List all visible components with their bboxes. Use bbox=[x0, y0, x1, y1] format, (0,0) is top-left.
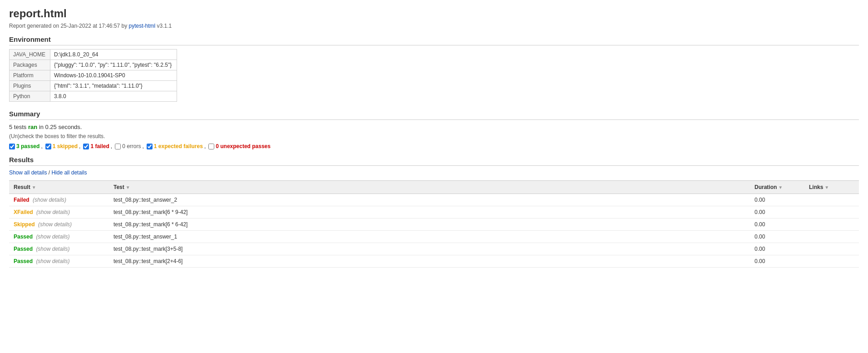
results-thead: Result▼Test▼Duration▼Links▼ bbox=[9, 181, 859, 194]
env-value: {"html": "3.1.1", "metadata": "1.11.0"} bbox=[50, 81, 177, 91]
filter-checkbox-errors[interactable] bbox=[115, 144, 121, 149]
hide-all-details-link[interactable]: Hide all details bbox=[51, 169, 87, 176]
results-links: Show all details / Hide all details bbox=[9, 169, 859, 176]
env-value: Windows-10-10.0.19041-SP0 bbox=[50, 70, 177, 81]
summary-section: 5 tests ran in 0.25 seconds. (Un)check t… bbox=[9, 124, 859, 149]
filter-comma: , bbox=[79, 143, 80, 149]
table-row: Passed (show details) test_08.py::test_a… bbox=[9, 231, 859, 243]
filter-item-passed: 3 passed, bbox=[9, 143, 43, 149]
duration-cell: 0.00 bbox=[750, 243, 804, 255]
show-details-link[interactable]: (show details) bbox=[36, 246, 69, 252]
env-row: Packages{"pluggy": "1.0.0", "py": "1.11.… bbox=[10, 60, 177, 70]
env-row: Python3.8.0 bbox=[10, 91, 177, 102]
filter-item-unexpected: 0 unexpected passes bbox=[208, 143, 271, 149]
results-table: Result▼Test▼Duration▼Links▼ Failed (show… bbox=[9, 180, 859, 268]
env-key: Platform bbox=[10, 70, 50, 81]
filter-checkbox-skipped[interactable] bbox=[45, 144, 51, 149]
col-header-links[interactable]: Links▼ bbox=[804, 181, 859, 194]
duration-cell: 0.00 bbox=[750, 219, 804, 231]
filter-comma: , bbox=[41, 143, 42, 149]
filter-item-failed: 1 failed, bbox=[83, 143, 112, 149]
sort-icon: ▼ bbox=[824, 185, 829, 190]
results-heading: Results bbox=[9, 156, 859, 166]
test-cell: test_08.py::test_mark[2+4-6] bbox=[109, 255, 750, 268]
summary-duration: 0.25 seconds. bbox=[45, 124, 82, 130]
env-key: Python bbox=[10, 91, 50, 102]
environment-heading: Environment bbox=[9, 35, 859, 45]
status-label: Passed bbox=[14, 246, 33, 252]
pytest-html-link[interactable]: pytest-html bbox=[129, 23, 156, 29]
filter-checkbox-xfail[interactable] bbox=[147, 144, 153, 149]
filter-comma: , bbox=[142, 143, 143, 149]
status-label: Skipped bbox=[14, 221, 35, 228]
env-row: Plugins{"html": "3.1.1", "metadata": "1.… bbox=[10, 81, 177, 91]
show-details-link[interactable]: (show details) bbox=[36, 234, 69, 240]
env-row: PlatformWindows-10-10.0.19041-SP0 bbox=[10, 70, 177, 81]
filter-label-passed: 3 passed bbox=[16, 143, 39, 149]
env-value: D:\jdk1.8.0_20_64 bbox=[50, 50, 177, 60]
status-label: XFailed bbox=[14, 209, 33, 215]
filter-label-failed: 1 failed bbox=[90, 143, 109, 149]
links-cell bbox=[804, 255, 859, 268]
show-details-link[interactable]: (show details) bbox=[33, 197, 66, 203]
filter-checkbox-failed[interactable] bbox=[83, 144, 89, 149]
filter-item-skipped: 1 skipped, bbox=[45, 143, 81, 149]
summary-in: in bbox=[39, 124, 45, 130]
table-row: XFailed (show details) test_08.py::test_… bbox=[9, 206, 859, 219]
links-cell bbox=[804, 243, 859, 255]
test-cell: test_08.py::test_mark[6 * 9-42] bbox=[109, 206, 750, 219]
links-cell bbox=[804, 219, 859, 231]
show-all-details-link[interactable]: Show all details bbox=[9, 169, 47, 176]
env-row: JAVA_HOMED:\jdk1.8.0_20_64 bbox=[10, 50, 177, 60]
filter-item-xfail: 1 expected failures, bbox=[147, 143, 206, 149]
filter-item-errors: 0 errors, bbox=[115, 143, 144, 149]
page-title: report.html bbox=[9, 7, 859, 20]
filter-label-xfail: 1 expected failures bbox=[154, 143, 203, 149]
test-cell: test_08.py::test_mark[3+5-8] bbox=[109, 243, 750, 255]
env-value: {"pluggy": "1.0.0", "py": "1.11.0", "pyt… bbox=[50, 60, 177, 70]
sort-icon: ▼ bbox=[778, 185, 783, 190]
filter-checkbox-passed[interactable] bbox=[9, 144, 15, 149]
table-row: Skipped (show details) test_08.py::test_… bbox=[9, 219, 859, 231]
filter-label-unexpected: 0 unexpected passes bbox=[216, 143, 271, 149]
result-cell: Passed (show details) bbox=[9, 243, 109, 255]
test-cell: test_08.py::test_mark[6 * 6-42] bbox=[109, 219, 750, 231]
filter-comma: , bbox=[111, 143, 112, 149]
filter-label-errors: 0 errors bbox=[122, 143, 141, 149]
sort-icon: ▼ bbox=[32, 185, 36, 190]
filter-label-skipped: 1 skipped bbox=[53, 143, 78, 149]
tests-ran-count: 5 tests bbox=[9, 124, 28, 130]
summary-text: 5 tests ran in 0.25 seconds. bbox=[9, 124, 859, 130]
table-row: Passed (show details) test_08.py::test_m… bbox=[9, 243, 859, 255]
col-header-test[interactable]: Test▼ bbox=[109, 181, 750, 194]
duration-cell: 0.00 bbox=[750, 231, 804, 243]
result-cell: Failed (show details) bbox=[9, 194, 109, 206]
duration-cell: 0.00 bbox=[750, 255, 804, 268]
show-details-link[interactable]: (show details) bbox=[38, 221, 72, 228]
col-header-duration[interactable]: Duration▼ bbox=[750, 181, 804, 194]
show-details-link[interactable]: (show details) bbox=[36, 209, 70, 215]
links-cell bbox=[804, 206, 859, 219]
env-key: Packages bbox=[10, 60, 50, 70]
filter-row: 3 passed,1 skipped,1 failed,0 errors,1 e… bbox=[9, 143, 859, 149]
show-details-link[interactable]: (show details) bbox=[36, 258, 69, 264]
test-cell: test_08.py::test_answer_1 bbox=[109, 231, 750, 243]
results-tbody: Failed (show details) test_08.py::test_a… bbox=[9, 194, 859, 268]
environment-table: JAVA_HOMED:\jdk1.8.0_20_64Packages{"plug… bbox=[9, 49, 177, 102]
env-value: 3.8.0 bbox=[50, 91, 177, 102]
meta-date: 25-Jan-2022 at 17:46:57 bbox=[60, 23, 120, 29]
report-meta: Report generated on 25-Jan-2022 at 17:46… bbox=[9, 23, 859, 29]
test-cell: test_08.py::test_answer_2 bbox=[109, 194, 750, 206]
result-cell: Skipped (show details) bbox=[9, 219, 109, 231]
col-header-result[interactable]: Result▼ bbox=[9, 181, 109, 194]
filter-checkbox-unexpected[interactable] bbox=[208, 144, 214, 149]
ran-label: ran bbox=[28, 124, 37, 130]
summary-heading: Summary bbox=[9, 110, 859, 120]
env-key: Plugins bbox=[10, 81, 50, 91]
meta-version: v3.1.1 bbox=[155, 23, 172, 29]
links-cell bbox=[804, 231, 859, 243]
result-cell: Passed (show details) bbox=[9, 255, 109, 268]
status-label: Failed bbox=[14, 197, 30, 203]
filter-comma: , bbox=[204, 143, 206, 149]
table-row: Failed (show details) test_08.py::test_a… bbox=[9, 194, 859, 206]
